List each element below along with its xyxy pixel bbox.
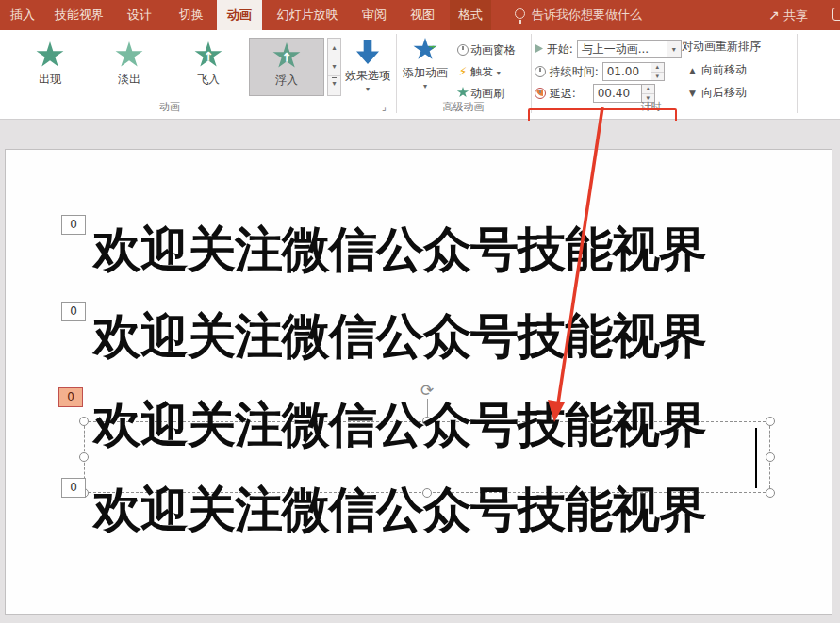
move-earlier-button[interactable]: ▲向前移动 — [689, 62, 747, 78]
text-line-1[interactable]: 欢迎关注微信公众号技能视界 — [93, 221, 706, 278]
move-later-button[interactable]: ▼向后移动 — [689, 85, 747, 101]
animation-group-label: 动画 — [0, 100, 339, 114]
effect-options-chevron-icon: ▾ — [341, 85, 394, 93]
tab-format[interactable]: 格式 — [450, 0, 491, 30]
duration-spin-up-icon[interactable]: ▴ — [651, 63, 664, 73]
trigger-chevron-icon: ▾ — [497, 69, 501, 77]
fade-star-icon — [115, 41, 143, 69]
text-line-4[interactable]: 欢迎关注微信公众号技能视界 — [93, 482, 706, 538]
trigger-button[interactable]: ⚡触发 ▾ — [455, 63, 501, 82]
trigger-label: 触发 — [470, 65, 493, 78]
tab-insert[interactable]: 插入 — [2, 0, 43, 30]
animation-painter-label: 动画刷 — [470, 87, 504, 100]
gallery-scroll-down-icon[interactable]: ▾ — [328, 57, 340, 76]
start-dropdown-icon[interactable]: ▾ — [667, 40, 682, 58]
add-animation-button[interactable]: + 添加动画 ▾ — [398, 38, 453, 90]
animation-pane-button[interactable]: 动画窗格 — [455, 41, 516, 60]
slide-canvas: 0 欢迎关注微信公众号技能视界 0 欢迎关注微信公众号技能视界 0 ⟳ 欢迎关注… — [0, 121, 840, 623]
move-earlier-icon: ▲ — [689, 66, 696, 75]
menubar: 插入 技能视界 设计 切换 动画 幻灯片放映 审阅 视图 格式 告诉我你想要做什… — [0, 0, 840, 30]
flyin-star-icon: ↑ — [194, 41, 222, 69]
floatin-star-icon: ↑ — [272, 42, 301, 70]
delay-label: 延迟: — [550, 87, 576, 100]
tab-review[interactable]: 审阅 — [354, 0, 395, 30]
floatin-label: 浮入 — [250, 73, 323, 89]
move-later-icon: ▼ — [689, 89, 696, 98]
gallery-scrollbar: ▴ ▾ ▾ — [327, 38, 341, 96]
plus-icon: + — [428, 41, 438, 52]
share-icon: ↗ — [768, 8, 780, 23]
animation-tag-3-selected[interactable]: 0 — [58, 387, 83, 407]
move-earlier-label: 向前移动 — [701, 63, 747, 76]
animation-appear-button[interactable]: 出现 — [12, 38, 88, 96]
add-animation-label: 添加动画 — [398, 65, 453, 81]
flyin-arrow-icon: ↑ — [194, 49, 222, 64]
slide[interactable]: 0 欢迎关注微信公众号技能视界 0 欢迎关注微信公众号技能视界 0 ⟳ 欢迎关注… — [5, 149, 832, 615]
animation-tag-2[interactable]: 0 — [61, 302, 86, 321]
duration-clock-icon — [535, 66, 546, 77]
handle-top-right[interactable] — [766, 417, 775, 426]
text-line-2[interactable]: 欢迎关注微信公众号技能视界 — [93, 308, 706, 365]
effect-options-icon — [356, 40, 379, 64]
appear-label: 出现 — [12, 72, 88, 88]
flyin-label: 飞入 — [171, 72, 246, 88]
delay-clock-icon — [535, 88, 546, 99]
animation-floatin-button[interactable]: ↑ 浮入 — [249, 38, 324, 96]
lightning-icon: ⚡ — [455, 63, 470, 80]
delay-spin-up-icon[interactable]: ▴ — [642, 85, 654, 94]
start-select[interactable]: 与上一动画... — [577, 40, 667, 58]
animation-pane-icon — [457, 44, 469, 56]
lightbulb-icon — [515, 8, 525, 19]
animation-painter-icon — [457, 87, 469, 98]
handle-mid-left[interactable] — [79, 452, 89, 462]
duration-label: 持续时间: — [550, 65, 599, 78]
effect-options-button[interactable]: 效果选项 ▾ — [341, 38, 394, 93]
ribbon: 出现 淡出 ↑ 飞入 ↑ 浮入 ▴ ▾ ▾ 效果选项 ▾ 动画 ⌟ + 添加动画… — [0, 30, 840, 120]
comments-icon[interactable] — [832, 8, 840, 21]
start-row: 开始: 与上一动画...▾ — [535, 40, 682, 58]
appear-star-icon — [36, 41, 64, 69]
tab-skill-view[interactable]: 技能视界 — [49, 0, 109, 30]
animation-tag-1[interactable]: 0 — [61, 215, 86, 235]
animation-tag-4[interactable]: 0 — [61, 478, 86, 498]
duration-spinner[interactable]: ▴▾ — [651, 62, 665, 81]
gallery-more-glyph: ▾ — [332, 77, 336, 88]
animation-pane-label: 动画窗格 — [470, 43, 516, 57]
animation-fade-button[interactable]: 淡出 — [91, 38, 167, 96]
duration-input[interactable]: 01.00 — [602, 62, 651, 81]
play-icon — [535, 44, 543, 54]
duration-row: 持续时间: 01.00▴▾ — [535, 62, 665, 81]
gallery-more-icon[interactable]: ▾ — [328, 76, 340, 95]
tell-me-box[interactable]: 告诉我你想要做什么 — [532, 0, 642, 30]
gallery-scroll-up-icon[interactable]: ▴ — [328, 39, 340, 57]
add-animation-chevron-icon: ▾ — [398, 82, 453, 90]
text-line-3[interactable]: 欢迎关注微信公众号技能视界 — [93, 397, 706, 453]
tab-animations[interactable]: 动画 — [217, 0, 262, 30]
start-label: 开始: — [547, 42, 573, 56]
share-label: 共享 — [783, 8, 808, 23]
floatin-arrow-icon: ↑ — [272, 50, 301, 65]
tab-view[interactable]: 视图 — [402, 0, 443, 30]
tab-slideshow[interactable]: 幻灯片放映 — [272, 0, 343, 30]
text-cursor — [755, 428, 757, 488]
move-later-label: 向后移动 — [701, 86, 747, 99]
share-button[interactable]: ↗ 共享 — [768, 0, 808, 30]
tab-design[interactable]: 设计 — [119, 0, 160, 30]
animation-flyin-button[interactable]: ↑ 飞入 — [171, 38, 246, 96]
reorder-title: 对动画重新排序 — [682, 39, 761, 55]
handle-mid-right[interactable] — [766, 452, 775, 462]
tab-transitions[interactable]: 切换 — [171, 0, 212, 30]
advanced-group-label: 高级动画 — [396, 100, 531, 114]
handle-bottom-right[interactable] — [766, 488, 775, 498]
handle-top-left[interactable] — [79, 417, 89, 426]
dialog-launcher-icon[interactable]: ⌟ — [382, 102, 387, 112]
add-animation-icon: + — [413, 38, 437, 61]
effect-options-label: 效果选项 — [341, 68, 394, 84]
fade-label: 淡出 — [91, 72, 167, 88]
duration-spin-down-icon[interactable]: ▾ — [651, 73, 664, 82]
